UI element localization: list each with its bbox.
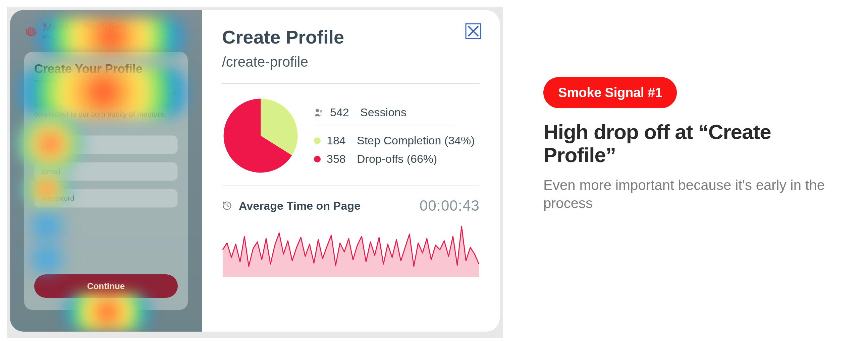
analytics-card: Mentor Buddies PRESENTED BY DESIGN BUDDI…: [10, 10, 500, 332]
avg-time-value: 00:00:43: [420, 197, 479, 214]
legend-divider: [314, 126, 455, 126]
brand-name: Mentor Buddies: [43, 21, 130, 34]
hand-icon: [24, 23, 39, 38]
avg-time-row: Average Time on Page 00:00:43: [222, 186, 479, 220]
dot-icon: [314, 156, 321, 163]
form-description: Provide us with a few details about your…: [34, 90, 178, 119]
time-sparkline-chart: [222, 220, 479, 277]
completion-label: Step Completion (34%): [357, 134, 475, 147]
password-placeholder: Password: [42, 194, 74, 203]
screenshot-frame: Mentor Buddies PRESENTED BY DESIGN BUDDI…: [7, 7, 503, 338]
form-card: Create Your Profile Provide us with a fe…: [24, 52, 188, 310]
continue-label: Continue: [87, 281, 125, 292]
email-placeholder: Email: [42, 167, 60, 176]
sessions-row: 542 Sessions: [314, 106, 479, 119]
dot-icon: [314, 137, 321, 144]
password-field[interactable]: Password: [34, 189, 178, 208]
legend: 542 Sessions 184 Step Completion (34%) 3…: [314, 106, 479, 166]
title-underline: [34, 80, 58, 82]
insight-copy: Smoke Signal #1 High drop off at “Create…: [543, 7, 845, 213]
signal-pill: Smoke Signal #1: [543, 77, 677, 108]
outcome-pie-chart: [222, 97, 299, 174]
completion-count: 184: [327, 134, 351, 147]
stats-row: 542 Sessions 184 Step Completion (34%) 3…: [222, 84, 479, 185]
svg-point-2: [320, 110, 323, 112]
users-icon: [314, 107, 324, 117]
brand-subtitle: PRESENTED BY DESIGN BUDDIES: [43, 34, 130, 40]
close-icon[interactable]: [465, 23, 482, 39]
brand-row: Mentor Buddies PRESENTED BY DESIGN BUDDI…: [24, 21, 188, 40]
continue-button[interactable]: Continue: [34, 274, 178, 298]
name-placeholder: Name: [42, 140, 62, 149]
page-title: Create Profile: [222, 26, 479, 48]
analytics-panel: Create Profile /create-profile 542 Sess: [202, 10, 500, 332]
email-field[interactable]: Email: [34, 162, 178, 181]
page-path: /create-profile: [222, 54, 479, 70]
legend-dropoff: 358 Drop-offs (66%): [314, 152, 479, 166]
dropoff-count: 358: [327, 152, 351, 166]
name-field[interactable]: Name: [34, 135, 178, 154]
heatmap-preview: Mentor Buddies PRESENTED BY DESIGN BUDDI…: [10, 10, 202, 332]
form-title: Create Your Profile: [34, 62, 178, 76]
history-icon: [222, 201, 232, 211]
sessions-label: Sessions: [360, 106, 406, 119]
insight-subtext: Even more important because it's early i…: [543, 176, 845, 213]
dropoff-label: Drop-offs (66%): [357, 152, 437, 166]
legend-completion: 184 Step Completion (34%): [314, 134, 479, 147]
insight-headline: High drop off at “Create Profile”: [543, 120, 845, 167]
avg-time-label: Average Time on Page: [239, 199, 361, 212]
svg-point-1: [316, 108, 319, 112]
sessions-count: 542: [330, 106, 354, 119]
